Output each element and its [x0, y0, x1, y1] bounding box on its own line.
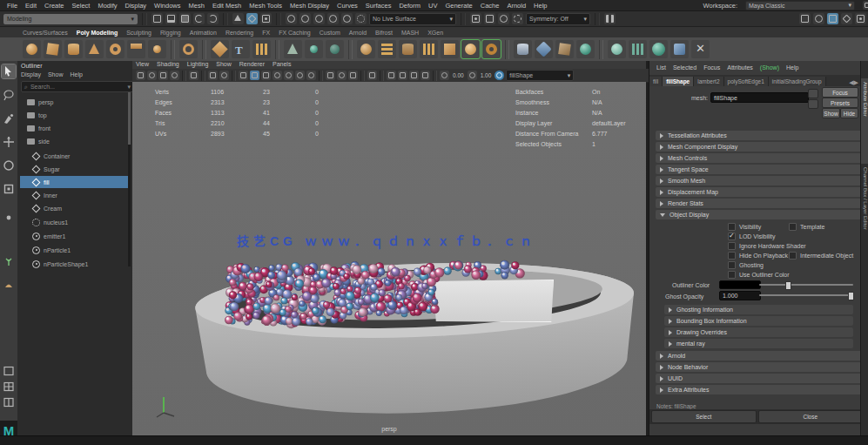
menu-mesh[interactable]: Mesh — [189, 2, 205, 10]
pin-tab-icon[interactable] — [808, 89, 818, 98]
menu-curves[interactable]: Curves — [337, 2, 358, 10]
section-displacement-map[interactable]: Displacement Map — [656, 187, 862, 197]
xray-icon[interactable] — [250, 71, 259, 80]
section-ghosting-information[interactable]: Ghosting Information — [664, 305, 853, 314]
poly-cylinder-icon[interactable] — [64, 40, 83, 58]
ae-menu-list[interactable]: List — [656, 64, 666, 71]
lock-camera-icon[interactable] — [147, 71, 157, 80]
gate-mask-icon[interactable] — [421, 71, 430, 80]
section-mesh-controls[interactable]: Mesh Controls — [656, 153, 862, 163]
camera-attributes-icon[interactable] — [158, 71, 168, 80]
outliner-item-inner[interactable]: Inner — [20, 189, 142, 201]
ae-menu-help[interactable]: Help — [786, 64, 798, 71]
distance-tool-icon[interactable] — [326, 40, 344, 58]
sculpt-tool-icon[interactable] — [2, 278, 16, 292]
boolean-union-icon[interactable] — [357, 40, 375, 58]
menu-create[interactable]: Create — [44, 2, 64, 10]
snap-to-view-plane-icon[interactable] — [341, 13, 353, 24]
channel-box-toggle-icon[interactable] — [855, 13, 866, 24]
copy-tab-icon[interactable] — [808, 99, 818, 109]
section-mental-ray[interactable]: mental ray — [664, 339, 853, 348]
mash-network-icon[interactable] — [608, 40, 626, 58]
ae-menu-attributes[interactable]: Attributes — [727, 64, 753, 71]
paint-effects-tool-icon[interactable] — [2, 254, 16, 268]
shelf-tab-custom[interactable]: Custom — [320, 30, 340, 36]
menu-mesh-display[interactable]: Mesh Display — [290, 2, 329, 10]
outliner-item-side[interactable]: side — [20, 135, 142, 147]
tool-settings-toggle-icon[interactable] — [841, 13, 852, 24]
slider-handle[interactable] — [848, 292, 854, 300]
workspace-gear-icon[interactable] — [863, 1, 868, 10]
shelf-tab-arnold[interactable]: Arnold — [349, 30, 367, 36]
section-mesh-component-display[interactable]: Mesh Component Display — [656, 142, 862, 152]
section-tangent-space[interactable]: Tangent Space — [656, 165, 862, 174]
checkbox[interactable] — [789, 223, 797, 231]
section-extra-attributes[interactable]: Extra Attributes — [656, 385, 862, 394]
menu-uv[interactable]: UV — [428, 2, 437, 10]
ae-tab-fillshape[interactable]: fillShape — [663, 77, 694, 86]
menu-display[interactable]: Display — [125, 2, 147, 10]
gamma-value[interactable]: 1.00 — [481, 72, 492, 78]
viewport-menu-shading[interactable]: Shading — [157, 61, 179, 69]
divider[interactable] — [142, 13, 147, 25]
viewport-menu-lighting[interactable]: Lighting — [187, 61, 209, 69]
snap-to-curve-icon[interactable] — [299, 13, 311, 24]
select-by-component-icon[interactable] — [260, 13, 272, 24]
viewport-menu-renderer[interactable]: Renderer — [239, 61, 265, 69]
ghosting-checkbox[interactable]: Ghosting — [728, 261, 764, 269]
xgen-description-icon[interactable] — [649, 40, 668, 58]
move-tool-icon[interactable] — [2, 135, 16, 149]
ae-tab-lambert2[interactable]: lambert2 — [694, 77, 723, 86]
xgen-groom-icon[interactable] — [670, 40, 689, 58]
multi-cut-icon[interactable] — [514, 40, 532, 58]
render-current-frame-icon[interactable] — [498, 13, 509, 24]
construction-history-icon[interactable] — [470, 13, 481, 24]
target-weld-icon[interactable] — [535, 40, 553, 58]
field-chart-icon[interactable] — [387, 71, 396, 80]
outliner-item-nparticle[interactable]: nParticle1 — [20, 244, 142, 256]
poly-disc-icon[interactable] — [148, 40, 166, 58]
rotate-tool-icon[interactable] — [2, 158, 16, 172]
exposure-value[interactable]: 0.00 — [453, 72, 464, 78]
shelf-tab-mash[interactable]: MASH — [401, 30, 419, 36]
open-render-view-icon[interactable] — [484, 13, 495, 24]
checkbox[interactable] — [728, 223, 736, 231]
use-outliner-color-checkbox[interactable]: Use Outliner Color — [728, 271, 790, 279]
isolate-select-icon[interactable] — [367, 71, 377, 80]
image-plane-icon[interactable] — [189, 71, 198, 80]
ignore-hardware-shader-checkbox[interactable]: Ignore Hardware Shader — [728, 242, 806, 250]
menu-edit-mesh[interactable]: Edit Mesh — [212, 2, 241, 10]
menu-generate[interactable]: Generate — [445, 2, 472, 10]
type-tool-icon[interactable]: T — [232, 40, 250, 58]
divider[interactable] — [223, 13, 228, 25]
locator-icon[interactable] — [305, 40, 323, 58]
menu-deform[interactable]: Deform — [399, 2, 421, 10]
section-uuid[interactable]: UUID — [656, 374, 862, 383]
outliner-item-nucleus[interactable]: nucleus1 — [20, 216, 142, 228]
workspace-dropdown[interactable]: Maya Classic ▾ — [745, 1, 855, 10]
checkbox[interactable] — [728, 242, 736, 250]
poly-cone-icon[interactable] — [85, 40, 104, 58]
outliner-item-emitter[interactable]: emitter1 — [20, 230, 142, 242]
shelf-tab-poly-modeling[interactable]: Poly Modeling — [77, 30, 118, 36]
last-tool-icon[interactable] — [2, 211, 16, 225]
viewport-3d-view[interactable]: Verts1106230 Edges2313230 Faces1313410 T… — [132, 82, 646, 435]
outliner-search-input[interactable]: ⌕ Search... ▾ — [21, 81, 134, 92]
layout-two-pane-icon[interactable] — [2, 395, 16, 409]
menu-modify[interactable]: Modify — [98, 2, 117, 10]
bevel-icon[interactable] — [441, 40, 459, 58]
menu-file[interactable]: File — [7, 2, 17, 10]
outliner-color-slider[interactable] — [759, 284, 853, 286]
menu-edit[interactable]: Edit — [25, 2, 37, 10]
outliner-item-container[interactable]: Container — [20, 150, 142, 162]
save-scene-icon[interactable] — [179, 13, 191, 24]
combine-icon[interactable] — [378, 40, 396, 58]
ae-tab-shadinggroup[interactable]: initialShadingGroup — [769, 77, 826, 86]
menu-arnold[interactable]: Arnold — [507, 2, 526, 10]
section-drawing-overrides[interactable]: Drawing Overrides — [664, 327, 853, 337]
resolution-gate-icon[interactable] — [398, 71, 407, 80]
ghost-opacity-slider[interactable] — [759, 294, 853, 296]
checkbox[interactable] — [728, 271, 736, 279]
visibility-checkbox[interactable]: Visibility — [728, 223, 761, 231]
pause-icon[interactable] — [604, 13, 616, 24]
